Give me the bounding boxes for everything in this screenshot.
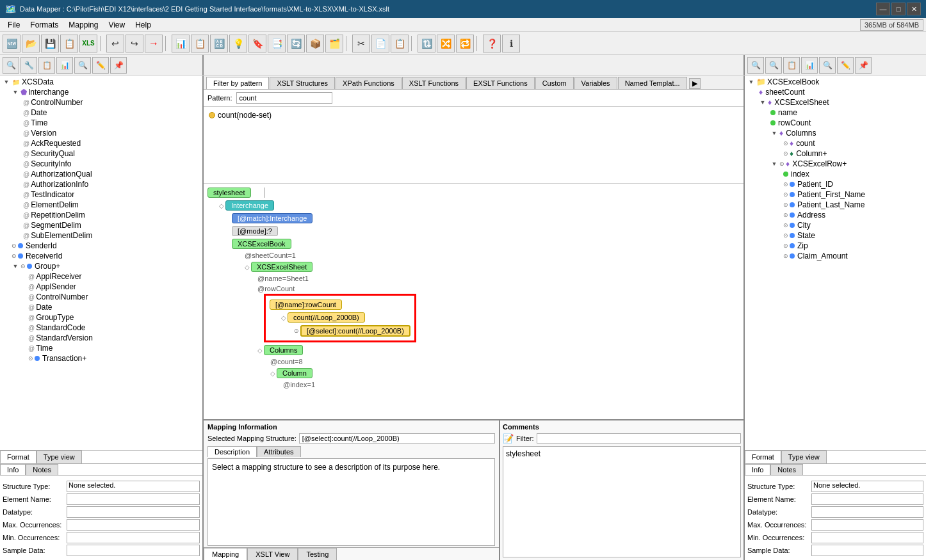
tree-node-authinfo[interactable]: @ AuthorizationInfo (22, 179, 201, 189)
right-node-column-plus[interactable]: ⊙ ♦ Column+ (782, 148, 925, 159)
help-button[interactable]: ❓ (483, 35, 501, 52)
tb11[interactable]: 🔀 (437, 35, 455, 52)
tb10[interactable]: 🔃 (418, 35, 435, 52)
new-button[interactable]: 🆕 (3, 35, 20, 52)
right-node-firstname[interactable]: ⊙ Patient_First_Name (782, 189, 925, 200)
comments-filter-input[interactable] (537, 433, 742, 444)
right-tb6[interactable]: ✏️ (837, 57, 854, 74)
tab-custom[interactable]: Custom (535, 77, 574, 89)
pattern-input[interactable] (236, 92, 332, 104)
tree-node-controlnumber2[interactable]: @ ControlNumber (27, 292, 201, 302)
tree-node-interchange[interactable]: ▼ ⬟ Interchange (1, 87, 201, 97)
right-node-index[interactable]: index (782, 169, 925, 179)
map-box-match[interactable]: [@match]:Interchange (232, 213, 313, 223)
tree-node-authqual[interactable]: @ AuthorizationQual (22, 169, 201, 179)
left-notes-tab[interactable]: Notes (26, 464, 58, 475)
right-node-claimamount[interactable]: ⊙ Claim_Amount (782, 251, 925, 261)
tree-node-time[interactable]: @ Time (22, 118, 201, 128)
info-input-maxocc[interactable] (67, 519, 200, 531)
tree-node-group[interactable]: ▼ ⊙ Group+ (1, 261, 201, 271)
tree-node-repdelim[interactable]: @ RepetitionDelim (22, 210, 201, 220)
info-input-datatype[interactable] (67, 506, 200, 518)
tb5[interactable]: 🔖 (248, 35, 266, 52)
right-info-input-sample[interactable] (811, 545, 923, 556)
right-node-xcsexcelbook[interactable]: ▼ 📁 XCSExcelBook (746, 77, 925, 87)
add-button[interactable]: → (145, 35, 163, 52)
right-node-lastname[interactable]: ⊙ Patient_Last_Name (782, 200, 925, 210)
tree-node-ackrequested[interactable]: @ AckRequested (22, 138, 201, 148)
right-node-xcsexcelrow[interactable]: ▼ ⊙ ♦ XCSExcelRow+ (769, 159, 925, 169)
tree-node-applsender[interactable]: @ ApplSender (27, 282, 201, 292)
tab-xslt-structures[interactable]: XSLT Structures (270, 77, 335, 89)
menu-file[interactable]: File (3, 19, 25, 31)
info-input-elemname[interactable] (67, 493, 200, 505)
menu-view[interactable]: View (103, 19, 130, 31)
open-button[interactable]: 📂 (22, 35, 40, 52)
map-attr-sheetcount[interactable]: @sheetCount=1 (245, 252, 296, 259)
expand-interchange[interactable]: ▼ (12, 88, 19, 96)
close-button[interactable]: ✕ (907, 3, 921, 15)
right-info-tab[interactable]: Info (745, 464, 770, 475)
right-format-tab[interactable]: Format (745, 451, 781, 463)
right-tb1[interactable]: 🔍 (747, 57, 764, 74)
left-typeview-tab[interactable]: Type view (37, 451, 82, 463)
right-node-sheetcount[interactable]: ♦ sheetCount (746, 87, 925, 97)
right-node-count[interactable]: ⊙ ♦ count (782, 138, 925, 148)
save-button[interactable]: 💾 (41, 35, 59, 52)
tree-node-testindicator[interactable]: @ TestIndicator (22, 189, 201, 200)
left-tb5[interactable]: 🔍 (74, 57, 91, 74)
tab-more-button[interactable]: ▶ (689, 78, 701, 89)
right-node-zip[interactable]: ⊙ Zip (782, 241, 925, 251)
tab-variables[interactable]: Variables (574, 77, 617, 89)
map-box-columns[interactable]: Columns (264, 345, 303, 355)
right-node-name[interactable]: name (769, 108, 925, 118)
right-tb2[interactable]: 🔍 (765, 57, 782, 74)
tab-named-templates[interactable]: Named Templat... (618, 77, 687, 89)
tree-node-subdelim[interactable]: @ SubElementDelim (22, 230, 201, 241)
right-tb5[interactable]: 🔍 (819, 57, 836, 74)
right-node-city[interactable]: ⊙ City (782, 220, 925, 230)
tree-node-segdelim[interactable]: @ SegmentDelim (22, 220, 201, 230)
tree-node-senderid[interactable]: ⊙ SenderId (1, 241, 201, 251)
tb3[interactable]: 🔠 (210, 35, 228, 52)
left-tb1[interactable]: 🔍 (3, 57, 19, 74)
tb6[interactable]: 📑 (268, 35, 286, 52)
tb12[interactable]: 🔁 (456, 35, 474, 52)
expand-xcsexcelsheet[interactable]: ▼ (759, 99, 767, 106)
right-info-input-datatype[interactable] (811, 506, 923, 518)
menu-mapping[interactable]: Mapping (63, 19, 103, 31)
tree-node-date[interactable]: @ Date (22, 108, 201, 118)
right-node-state[interactable]: ⊙ State (782, 230, 925, 241)
map-box-interchange[interactable]: Interchange (225, 200, 274, 211)
map-box-stylesheet[interactable]: stylesheet (207, 188, 251, 198)
tree-node-transaction[interactable]: ⊙ Transaction+ (27, 353, 201, 364)
desc-tab-attributes[interactable]: Attributes (257, 446, 300, 457)
map-box-xcsexcelbook[interactable]: XCSExcelBook (232, 239, 291, 249)
tree-node-securityqual[interactable]: @ SecurityQual (22, 148, 201, 159)
minimize-button[interactable]: — (876, 3, 890, 15)
left-info-tab[interactable]: Info (0, 464, 26, 475)
menu-formats[interactable]: Formats (25, 19, 63, 31)
tb9[interactable]: 🗂️ (325, 35, 343, 52)
right-info-input-maxocc[interactable] (811, 519, 923, 531)
redo-button[interactable]: ↪ (126, 35, 143, 52)
right-tb3[interactable]: 📋 (783, 57, 800, 74)
maximize-button[interactable]: □ (891, 3, 906, 15)
selected-struct-input[interactable] (299, 433, 495, 444)
right-node-rowcount[interactable]: rowCount (769, 118, 925, 128)
tab-xslt-functions[interactable]: XSLT Functions (402, 77, 466, 89)
func-item-count[interactable]: count(node-set) (206, 109, 741, 121)
info-input-sample[interactable] (67, 545, 200, 556)
right-tb4[interactable]: 📊 (801, 57, 818, 74)
right-typeview-tab[interactable]: Type view (781, 451, 827, 463)
right-node-patientid[interactable]: ⊙ Patient_ID (782, 179, 925, 189)
left-tb3[interactable]: 📋 (38, 57, 55, 74)
map-box-select-count[interactable]: [@select]:count(//Loop_2000B) (300, 325, 410, 337)
tab-filter-pattern[interactable]: Filter by pattern (206, 77, 269, 89)
left-tb7[interactable]: 📌 (110, 57, 127, 74)
map-box-mode[interactable]: [@mode]:? (232, 226, 278, 236)
tree-node-securityinfo[interactable]: @ SecurityInfo (22, 159, 201, 169)
paste-button[interactable]: 📋 (391, 35, 409, 52)
expand-icon[interactable]: ▼ (3, 78, 10, 86)
tree-node-version[interactable]: @ Version (22, 128, 201, 138)
